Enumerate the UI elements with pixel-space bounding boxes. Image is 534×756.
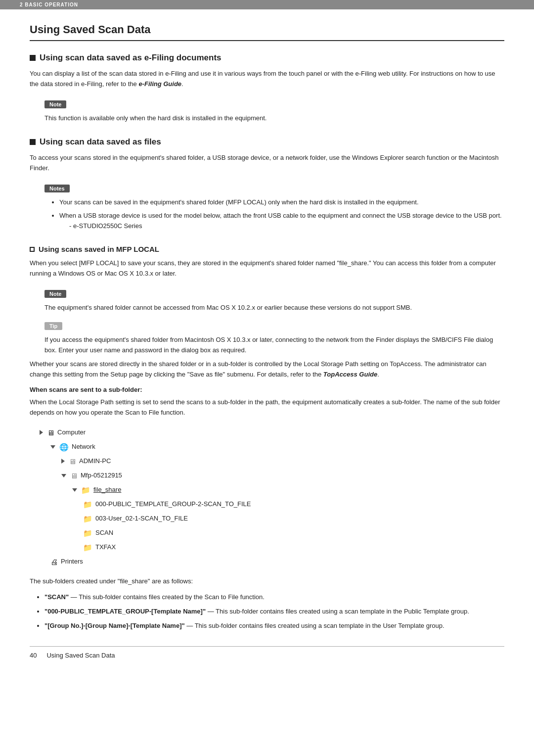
tree-arrow-icon [61, 474, 66, 477]
tree-label: 003-User_02-1-SCAN_TO_FILE [95, 513, 188, 524]
notes-label-files: Notes [44, 185, 70, 192]
tip-box-mfp: Tip [44, 322, 62, 332]
section-mfp-local-title: Using scans saved in MFP LOCAL [30, 245, 504, 253]
mfp-note-block: Note The equipment's shared folder canno… [44, 285, 504, 313]
list-item: "000-PUBLIC_TEMPLATE_GROUP-[Template Nam… [44, 607, 504, 617]
mfp-note-text: The equipment's shared folder cannot be … [44, 303, 504, 313]
tree-item-computer: 🖥 Computer [40, 426, 504, 439]
network-icon: 🌐 [59, 440, 69, 454]
note-box-efiling: Note [44, 100, 66, 110]
files-notes-sublist: e-STUDIO2550C Series [69, 221, 504, 232]
tree-label: Network [72, 441, 95, 452]
note-box-mfp: Note [44, 290, 66, 300]
small-square-icon [30, 247, 35, 252]
efiling-note-text: This function is available only when the… [44, 113, 504, 124]
list-item: When a USB storage device is used for th… [59, 211, 504, 232]
list-item: "SCAN" — This sub-folder contains files … [44, 592, 504, 603]
tree-item-admin-pc: 🖥 ADMIN-PC [61, 455, 504, 468]
section-efiling: Using scan data saved as e-Filing docume… [30, 53, 504, 123]
tree-arrow-icon [72, 488, 77, 492]
tree-label: TXFAX [95, 541, 116, 553]
when-scans-body: When the Local Storage Path setting is s… [30, 397, 504, 418]
when-scans-title: When scans are sent to a sub-folder: [30, 386, 504, 393]
list-item: "[Group No.]-[Group Name]-[Template Name… [44, 621, 504, 631]
efiling-body: You can display a list of the scan data … [30, 69, 504, 90]
note-label-mfp: Note [44, 290, 66, 298]
tree-item-network: 🌐 Network [50, 440, 504, 454]
tree-label: Computer [57, 426, 86, 438]
tree-label: 000-PUBLIC_TEMPLATE_GROUP-2-SCAN_TO_FILE [95, 498, 251, 510]
efiling-note-block: Note This function is available only whe… [44, 95, 504, 124]
file-icon: 📁 [83, 541, 92, 554]
note-label-efiling: Note [44, 100, 66, 108]
tree-item-file-1: 📁 000-PUBLIC_TEMPLATE_GROUP-2-SCAN_TO_FI… [83, 498, 504, 511]
file-icon: 📁 [83, 498, 92, 511]
tree-item-txfax: 📁 TXFAX [83, 541, 504, 554]
file-icon: 📁 [83, 512, 92, 525]
files-notes-list: Your scans can be saved in the equipment… [59, 197, 504, 231]
note-box-files: Notes [44, 185, 70, 194]
tree-arrow-icon [50, 445, 55, 449]
tree-item-mfp: 🖥 Mfp-05212915 [61, 469, 504, 482]
folder-icon: 🖥 [69, 455, 76, 468]
tree-item-printers: 🖨 Printers [50, 555, 504, 568]
section-files-title: Using scan data saved as files [30, 137, 504, 147]
footer: 40 Using Saved Scan Data [30, 646, 504, 659]
subfolders-intro: The sub-folders created under "file_shar… [30, 576, 504, 587]
section-mfp-local: Using scans saved in MFP LOCAL When you … [30, 245, 504, 631]
file-tree: 🖥 Computer 🌐 Network 🖥 ADMIN-PC 🖥 Mfp-05… [40, 426, 504, 568]
mfp-tip-text: If you access the equipment's shared fol… [44, 335, 504, 356]
folder-icon: 📁 [81, 483, 90, 497]
section-files: Using scan data saved as files To access… [30, 137, 504, 231]
tree-item-fileshare: 📁 file_share [72, 483, 504, 497]
tree-label: SCAN [95, 527, 113, 538]
tree-label: Printers [61, 556, 83, 567]
top-bar: 2 BASIC OPERATION [0, 0, 534, 9]
tree-arrow-icon [61, 459, 65, 464]
list-item: e-STUDIO2550C Series [69, 221, 504, 232]
page-title: Using Saved Scan Data [30, 23, 504, 41]
main-content: Using Saved Scan Data Using scan data sa… [0, 9, 534, 679]
section-efiling-title: Using scan data saved as e-Filing docume… [30, 53, 504, 63]
files-body: To access your scans stored in the equip… [30, 153, 504, 174]
tree-label: Mfp-05212915 [81, 470, 122, 481]
tree-arrow-icon [40, 430, 43, 435]
tree-label: ADMIN-PC [79, 455, 111, 467]
square-bullet-icon [30, 55, 36, 61]
computer-icon: 🖥 [47, 426, 54, 439]
page-number: 40 [30, 652, 37, 659]
file-icon: 📁 [83, 526, 92, 540]
list-item: Your scans can be saved in the equipment… [59, 197, 504, 208]
files-notes-block: Notes Your scans can be saved in the equ… [44, 180, 504, 231]
tree-label: file_share [93, 484, 121, 495]
footer-title: Using Saved Scan Data [46, 652, 115, 659]
subfolders-list: "SCAN" — This sub-folder contains files … [44, 592, 504, 631]
mfp-body1: When you select [MFP LOCAL] to save your… [30, 258, 504, 279]
folder-icon: 🖥 [70, 469, 78, 482]
top-bar-label: 2 BASIC OPERATION [20, 2, 78, 7]
mfp-tip-block: Tip If you access the equipment's shared… [44, 317, 504, 356]
printer-icon: 🖨 [50, 555, 58, 568]
mfp-body2: Whether your scans are stored directly i… [30, 359, 504, 380]
tree-item-file-2: 📁 003-User_02-1-SCAN_TO_FILE [83, 512, 504, 525]
square-bullet-icon-2 [30, 139, 36, 145]
tree-item-scan: 📁 SCAN [83, 526, 504, 540]
tip-label-mfp: Tip [44, 322, 62, 330]
